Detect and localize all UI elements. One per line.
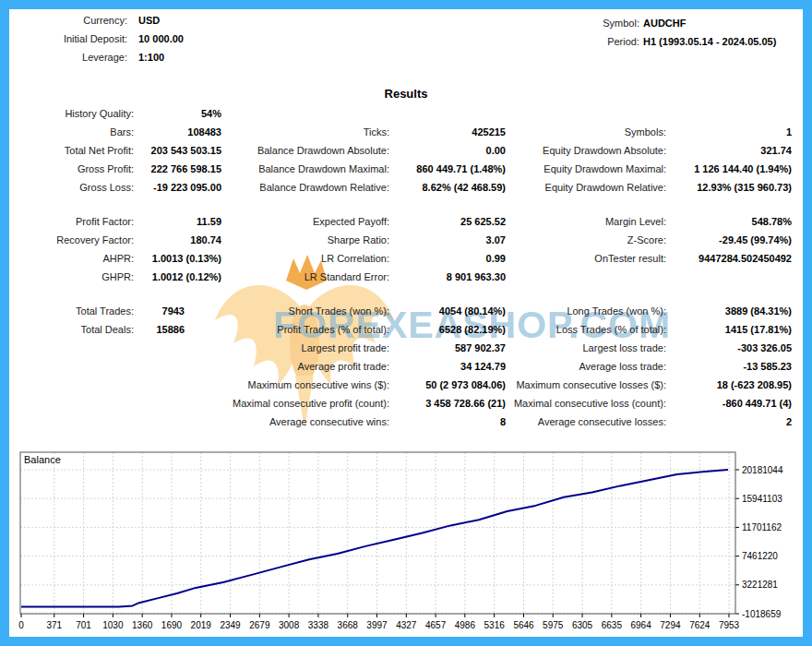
x-tick-label: 3668: [338, 620, 359, 630]
stat-value: -19 223 095.00: [134, 182, 221, 193]
stat-value: 3.07: [389, 234, 506, 245]
stat-label: Maximum consecutive losses ($):: [506, 379, 666, 390]
stats-group-trades-right: Long Trades (won %):3889 (84.31%)Loss Tr…: [506, 302, 792, 431]
stat-label: GHPR:: [20, 271, 134, 282]
stat-row: Recovery Factor:180.74: [20, 231, 221, 249]
stat-row: Equity Drawdown Relative:12.93% (315 960…: [506, 178, 792, 197]
stat-label: Balance Drawdown Relative:: [221, 182, 389, 193]
stat-value: 34 124.79: [389, 361, 506, 372]
x-tick-label: 3338: [308, 620, 329, 630]
stat-row: Total Net Profit:203 543 503.15: [20, 141, 221, 160]
stat-row: Symbols:1: [506, 123, 792, 141]
stats-group-trades-left: Total Trades:7943Total Deals:15886: [20, 302, 185, 339]
stat-value: 3 458 728.66 (21): [389, 398, 506, 409]
x-tick-label: 7953: [719, 620, 740, 630]
y-tick-label: 20181044: [742, 465, 783, 475]
stat-label: Sharpe Ratio:: [221, 234, 389, 245]
stat-value: 11.59: [134, 216, 221, 227]
currency-label: Currency:: [28, 15, 127, 26]
x-tick-label: 1030: [102, 620, 124, 630]
stat-row: Equity Drawdown Absolute:321.74: [506, 141, 792, 160]
stat-value: 50 (2 973 084.06): [389, 379, 506, 390]
stat-value: 222 766 598.15: [134, 163, 221, 174]
stat-value: 1 126 144.40 (1.94%): [666, 163, 792, 174]
stat-row: Margin Level:548.78%: [506, 212, 792, 231]
period-row: Period: H1 (1993.05.14 - 2024.05.05): [512, 32, 776, 51]
stat-value: 425215: [389, 126, 506, 138]
stat-label: Largest loss trade:: [506, 342, 666, 353]
stat-value: 860 449.71 (1.48%): [389, 163, 506, 174]
period-value: H1 (1993.05.14 - 2024.05.05): [643, 36, 776, 47]
stats-group-ratios-right: Margin Level:548.78%Z-Score:-29.45 (99.7…: [506, 212, 792, 268]
y-tick-label: 3221281: [742, 580, 778, 590]
stat-label: Gross Loss:: [20, 182, 134, 193]
stat-row: Total Deals:15886: [20, 320, 185, 339]
stat-value: 587 902.37: [389, 342, 506, 353]
x-tick-label: 6635: [602, 620, 623, 630]
stat-label: AHPR:: [20, 253, 134, 264]
stat-value: 8: [389, 416, 506, 427]
x-tick-label: 5646: [513, 620, 534, 630]
stat-label: Equity Drawdown Maximal:: [506, 163, 666, 174]
stat-row: Gross Loss:-19 223 095.00: [20, 178, 221, 197]
symbol-row: Symbol: AUDCHF: [512, 14, 776, 32]
stats-group-summary-right: Symbols:1Equity Drawdown Absolute:321.74…: [506, 123, 792, 197]
stat-row: Largest loss trade:-303 326.05: [506, 339, 792, 357]
stat-value: 54%: [134, 108, 221, 119]
x-tick-label: 4986: [455, 620, 476, 630]
stat-label: Profit Factor:: [20, 216, 134, 227]
stat-label: Ticks:: [221, 126, 389, 138]
symbol-label: Symbol:: [512, 18, 639, 29]
x-tick-label: 2679: [249, 620, 270, 630]
stat-row: Average loss trade:-13 585.23: [506, 357, 792, 376]
stat-label: LR Correlation:: [221, 253, 389, 264]
x-tick-label: 701: [76, 620, 91, 630]
initial-deposit-value: 10 000.00: [138, 33, 184, 44]
stat-value: 8.62% (42 468.59): [389, 182, 506, 193]
x-tick-label: 2019: [191, 620, 212, 630]
period-label: Period:: [512, 36, 639, 47]
stat-label: Long Trades (won %):: [506, 305, 666, 317]
currency-value: USD: [138, 15, 160, 26]
stat-value: 203 543 503.15: [134, 145, 221, 156]
stat-row: Expected Payoff:25 625.52: [221, 212, 506, 231]
x-tick-label: 5316: [484, 620, 506, 630]
stat-label: Recovery Factor:: [20, 234, 134, 245]
stat-row: History Quality:54%: [20, 104, 221, 123]
stat-row: Profit Factor:11.59: [20, 212, 221, 231]
leverage-label: Leverage:: [28, 52, 127, 63]
stat-row: Sharpe Ratio:3.07: [221, 231, 506, 249]
stat-row: Bars:108483: [20, 123, 221, 141]
stat-value: 4054 (80.14%): [389, 305, 506, 317]
stats-group-ratios-left: Profit Factor:11.59Recovery Factor:180.7…: [20, 212, 221, 286]
x-tick-label: 2349: [220, 620, 241, 630]
symbol-value: AUDCHF: [643, 18, 686, 29]
x-tick-label: 7294: [660, 620, 681, 630]
stat-row: Balance Drawdown Relative:8.62% (42 468.…: [221, 178, 506, 197]
stat-label: Balance Drawdown Maximal:: [221, 163, 389, 174]
stat-row: Equity Drawdown Maximal:1 126 144.40 (1.…: [506, 160, 792, 178]
initial-deposit-row: Initial Deposit: 10 000.00: [28, 30, 184, 48]
stat-value: 3889 (84.31%): [666, 305, 792, 317]
stat-label: Margin Level:: [506, 216, 666, 227]
stat-value: 0.00: [389, 145, 506, 156]
stat-label: Largest profit trade:: [221, 342, 389, 353]
stat-value: 8 901 963.30: [389, 271, 506, 282]
stat-label: OnTester result:: [506, 253, 666, 264]
header-right: Symbol: AUDCHF Period: H1 (1993.05.14 - …: [512, 14, 776, 51]
stat-label: Loss Trades (% of total):: [506, 324, 666, 335]
stat-row: Maximal consecutive loss (count):-860 44…: [506, 394, 792, 413]
stat-row: Total Trades:7943: [20, 302, 185, 320]
stat-row: Z-Score:-29.45 (99.74%): [506, 231, 792, 249]
stat-row: Short Trades (won %):4054 (80.14%): [221, 302, 506, 320]
results-title: Results: [0, 87, 812, 101]
x-tick-label: 6305: [572, 620, 593, 630]
stats-group-summary-left: History Quality:54%Bars:108483Total Net …: [20, 104, 221, 197]
stat-row: Balance Drawdown Absolute:0.00: [221, 141, 506, 160]
stat-value: 1415 (17.81%): [666, 324, 792, 335]
balance-chart: 20181044159411031170116274612203221281-1…: [0, 448, 812, 641]
stat-value: 1: [666, 126, 792, 138]
y-tick-label: 11701162: [742, 522, 782, 532]
stat-label: Average consecutive wins:: [221, 416, 389, 427]
stat-label: Total Net Profit:: [20, 145, 134, 156]
